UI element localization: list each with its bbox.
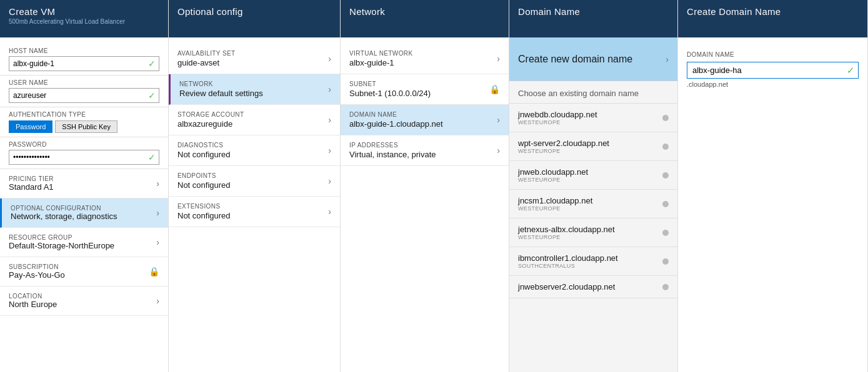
domain-item-content: jncsm1.cloudapp.net WESTEUROPE [518, 196, 592, 212]
list-item[interactable]: jnwebdb.cloudapp.net WESTEUROPE [509, 104, 677, 132]
create-vm-body: Host Name ✓ User Name ✓ Authentication T… [0, 37, 168, 372]
list-item[interactable]: jncsm1.cloudapp.net WESTEUROPE [509, 190, 677, 218]
virtual-network-item[interactable]: VIRTUAL NETWORK albx-guide-1 › [341, 44, 509, 74]
password-auth-btn[interactable]: Password [9, 120, 52, 133]
pricing-tier-item[interactable]: PRICING TIER Standard A1 › [0, 169, 168, 198]
create-domain-check-icon: ✓ [847, 65, 855, 76]
create-domain-input[interactable] [687, 62, 859, 79]
create-domain-input-label: Domain Name [687, 51, 859, 58]
list-item[interactable]: jetnexus-albx.cloudapp.net WESTEUROPE [509, 218, 677, 247]
storage-account-content: STORAGE ACCOUNT albxazureguide [177, 111, 244, 129]
authtype-label: Authentication Type [9, 111, 159, 118]
password-check-icon: ✓ [148, 152, 156, 162]
ip-addresses-arrow-icon: › [497, 145, 500, 155]
password-input-wrapper: ✓ [9, 150, 159, 165]
optional-config-item[interactable]: OPTIONAL CONFIGURATION Network, storage,… [0, 198, 168, 228]
domain-region-text: WESTEUROPE [518, 205, 592, 212]
storage-account-arrow-icon: › [328, 115, 331, 125]
storage-account-value: albxazureguide [177, 119, 244, 129]
password-input[interactable] [9, 150, 159, 165]
domain-status-dot [662, 201, 669, 207]
hostname-check-icon: ✓ [148, 59, 156, 69]
subscription-label: SUBSCRIPTION [9, 263, 65, 270]
network-config-arrow-icon: › [328, 84, 331, 94]
sshkey-auth-btn[interactable]: SSH Public Key [55, 120, 117, 133]
authtype-row: Password SSH Public Key [9, 120, 159, 133]
username-input[interactable] [9, 88, 159, 103]
domain-item-content: wpt-server2.cloudapp.net WESTEUROPE [518, 139, 609, 154]
virtual-network-content: VIRTUAL NETWORK albx-guide-1 [349, 50, 413, 67]
pricing-tier-value: Standard A1 [9, 182, 54, 192]
list-item[interactable]: ibmcontroller1.cloudapp.net SOUTHCENTRAL… [509, 247, 677, 276]
ip-addresses-content: IP ADDRESSES Virtual, instance, private [349, 142, 436, 159]
diagnostics-value: Not configured [177, 150, 231, 159]
diagnostics-label: DIAGNOSTICS [177, 142, 231, 149]
domain-status-dot [662, 115, 669, 121]
ip-addresses-item[interactable]: IP ADDRESSES Virtual, instance, private … [341, 135, 509, 166]
choose-existing-label: Choose an existing domain name [509, 81, 677, 104]
network-config-item[interactable]: NETWORK Review default settings › [169, 74, 340, 105]
domain-name-network-item[interactable]: DOMAIN NAME albx-guide-1.cloudapp.net › [341, 105, 509, 135]
domain-name-panel-title: Domain Name [518, 6, 669, 17]
network-panel-body: VIRTUAL NETWORK albx-guide-1 › SUBNET Su… [341, 37, 509, 372]
optional-config-panel-title: Optional config [177, 6, 331, 17]
username-input-wrapper: ✓ [9, 88, 159, 103]
domain-name-text: jnweb.cloudapp.net [518, 167, 588, 177]
resource-group-value: Default-Storage-NorthEurope [9, 241, 114, 250]
location-value: North Europe [9, 300, 57, 309]
extensions-item[interactable]: EXTENSIONS Not configured › [169, 197, 340, 227]
resource-group-label: RESOURCE GROUP [9, 234, 114, 241]
subnet-item[interactable]: SUBNET Subnet-1 (10.0.0.0/24) 🔒 [341, 74, 509, 105]
optional-config-value: Network, storage, diagnostics [11, 212, 117, 221]
diagnostics-content: DIAGNOSTICS Not configured [177, 142, 231, 159]
create-vm-header: Create VM 500mb Accelerating Virtual Loa… [0, 0, 168, 37]
network-config-label: NETWORK [179, 81, 263, 87]
list-item[interactable]: wpt-server2.cloudapp.net WESTEUROPE [509, 132, 677, 161]
virtual-network-arrow-icon: › [497, 54, 500, 64]
create-vm-title: Create VM [9, 6, 159, 17]
create-domain-name-panel-header: Create Domain Name [678, 0, 867, 37]
endpoints-content: ENDPOINTS Not configured [177, 172, 231, 190]
domain-item-content: jnwebserver2.cloudapp.net [518, 282, 615, 291]
optional-config-panel-body: AVAILABILITY SET guide-avset › NETWORK R… [169, 37, 340, 372]
domain-region-text: WESTEUROPE [518, 148, 609, 154]
domain-item-content: ibmcontroller1.cloudapp.net SOUTHCENTRAL… [518, 253, 618, 269]
endpoints-item[interactable]: ENDPOINTS Not configured › [169, 166, 340, 197]
domain-status-dot [662, 258, 669, 265]
subnet-lock-icon: 🔒 [489, 84, 500, 94]
hostname-input-wrapper: ✓ [9, 56, 159, 71]
create-vm-panel: Create VM 500mb Accelerating Virtual Loa… [0, 0, 169, 372]
subscription-item[interactable]: SUBSCRIPTION Pay-As-You-Go 🔒 [0, 257, 168, 286]
list-item[interactable]: jnweb.cloudapp.net WESTEUROPE [509, 161, 677, 190]
hostname-input[interactable] [9, 56, 159, 71]
location-item[interactable]: LOCATION North Europe › [0, 286, 168, 316]
create-vm-subtitle: 500mb Accelerating Virtual Load Balancer [9, 18, 159, 25]
availability-set-value: guide-avset [177, 58, 236, 67]
domain-name-text: jncsm1.cloudapp.net [518, 196, 592, 205]
create-new-domain-text: Create new domain name [518, 54, 632, 65]
storage-account-item[interactable]: STORAGE ACCOUNT albxazureguide › [169, 105, 340, 135]
availability-set-content: AVAILABILITY SET guide-avset [177, 50, 236, 67]
create-domain-name-panel-title: Create Domain Name [687, 6, 859, 17]
create-new-domain-item[interactable]: Create new domain name › [509, 37, 677, 81]
domain-item-content: jnweb.cloudapp.net WESTEUROPE [518, 167, 588, 183]
availability-set-arrow-icon: › [328, 54, 331, 64]
domain-status-dot [662, 284, 669, 290]
extensions-value: Not configured [177, 211, 231, 220]
authtype-section: Authentication Type Password SSH Public … [0, 107, 168, 137]
optional-config-label: OPTIONAL CONFIGURATION [11, 205, 117, 212]
list-item[interactable]: jnwebserver2.cloudapp.net [509, 276, 677, 298]
subnet-value: Subnet-1 (10.0.0.0/24) [349, 89, 431, 98]
domain-name-network-value: albx-guide-1.cloudapp.net [349, 119, 443, 129]
diagnostics-item[interactable]: DIAGNOSTICS Not configured › [169, 135, 340, 166]
ip-addresses-label: IP ADDRESSES [349, 142, 436, 149]
location-arrow-icon: › [156, 296, 159, 306]
create-new-domain-arrow-icon: › [666, 54, 669, 64]
domain-status-dot [662, 172, 669, 179]
pricing-tier-label: PRICING TIER [9, 175, 54, 182]
endpoints-label: ENDPOINTS [177, 172, 231, 179]
domain-status-dot [662, 230, 669, 236]
resource-group-item[interactable]: RESOURCE GROUP Default-Storage-NorthEuro… [0, 228, 168, 257]
domain-name-panel-header: Domain Name [509, 0, 677, 37]
availability-set-item[interactable]: AVAILABILITY SET guide-avset › [169, 44, 340, 74]
